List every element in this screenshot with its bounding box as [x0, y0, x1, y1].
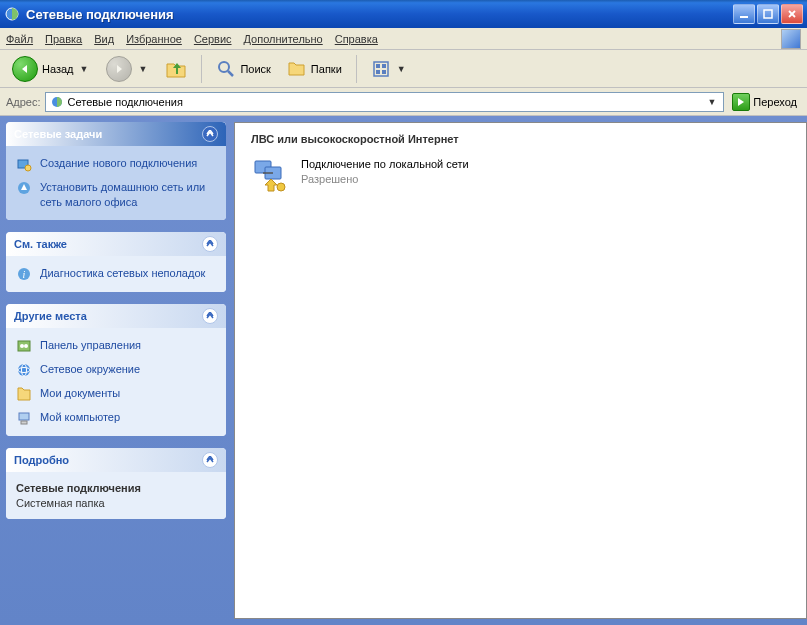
panel-body-details: Сетевые подключения Системная папка — [6, 472, 226, 519]
svg-rect-8 — [376, 64, 380, 68]
place-my-computer[interactable]: Мой компьютер — [16, 410, 216, 426]
content-area: ЛВС или высокоскоростной Интернет Подклю… — [234, 122, 807, 619]
menu-tools[interactable]: Сервис — [194, 33, 232, 45]
panel-header-tasks[interactable]: Сетевые задачи — [6, 122, 226, 146]
panel-details: Подробно Сетевые подключения Системная п… — [6, 448, 226, 519]
connection-name: Подключение по локальной сети — [301, 157, 469, 172]
folder-up-icon — [165, 58, 187, 80]
place-label: Сетевое окружение — [40, 362, 140, 377]
place-control-panel[interactable]: Панель управления — [16, 338, 216, 354]
svg-rect-10 — [376, 70, 380, 74]
back-arrow-icon — [12, 56, 38, 82]
svg-rect-2 — [764, 10, 772, 18]
panel-see-also: См. также i Диагностика сетевых неполадо… — [6, 232, 226, 292]
address-label: Адрес: — [6, 96, 41, 108]
svg-rect-11 — [382, 70, 386, 74]
chevron-up-icon — [202, 126, 218, 142]
place-my-documents[interactable]: Мои документы — [16, 386, 216, 402]
svg-rect-25 — [21, 421, 27, 424]
folders-label: Папки — [311, 63, 342, 75]
panel-body-places: Панель управления Сетевое окружение Мои … — [6, 328, 226, 436]
back-button[interactable]: Назад ▼ — [6, 53, 96, 85]
minimize-button[interactable] — [733, 4, 755, 24]
chevron-up-icon — [202, 236, 218, 252]
task-label: Установить домашнюю сеть или сеть малого… — [40, 180, 216, 210]
task-network-diagnostics[interactable]: i Диагностика сетевых неполадок — [16, 266, 216, 282]
throbber-icon — [781, 29, 801, 49]
address-dropdown-icon[interactable]: ▼ — [704, 97, 719, 107]
menu-help[interactable]: Справка — [335, 33, 378, 45]
chevron-up-icon — [202, 452, 218, 468]
views-dropdown-icon[interactable]: ▼ — [395, 64, 408, 74]
svg-rect-9 — [382, 64, 386, 68]
search-icon — [216, 59, 236, 79]
panel-header-places[interactable]: Другие места — [6, 304, 226, 328]
new-connection-icon — [16, 156, 32, 172]
panel-title-places: Другие места — [14, 310, 87, 322]
go-label: Переход — [753, 96, 797, 108]
folders-button[interactable]: Папки — [281, 56, 348, 82]
panel-network-tasks: Сетевые задачи Создание нового подключен… — [6, 122, 226, 220]
forward-arrow-icon — [106, 56, 132, 82]
address-value: Сетевые подключения — [68, 96, 183, 108]
app-icon — [4, 6, 20, 22]
views-icon — [371, 59, 391, 79]
views-button[interactable]: ▼ — [365, 56, 414, 82]
menu-advanced[interactable]: Дополнительно — [244, 33, 323, 45]
documents-icon — [16, 386, 32, 402]
svg-point-29 — [277, 183, 285, 191]
sidebar: Сетевые задачи Создание нового подключен… — [6, 122, 234, 619]
panel-body-tasks: Создание нового подключения Установить д… — [6, 146, 226, 220]
task-label: Диагностика сетевых неполадок — [40, 266, 205, 281]
panel-header-seealso[interactable]: См. также — [6, 232, 226, 256]
place-network-neighborhood[interactable]: Сетевое окружение — [16, 362, 216, 378]
task-create-connection[interactable]: Создание нового подключения — [16, 156, 216, 172]
toolbar-separator — [201, 55, 202, 83]
connection-text: Подключение по локальной сети Разрешено — [301, 157, 469, 187]
maximize-button[interactable] — [757, 4, 779, 24]
network-icon — [16, 362, 32, 378]
address-icon — [50, 95, 64, 109]
menu-edit[interactable]: Правка — [45, 33, 82, 45]
up-button[interactable] — [159, 55, 193, 83]
lan-connection-icon — [251, 157, 291, 197]
panel-body-seealso: i Диагностика сетевых неполадок — [6, 256, 226, 292]
place-label: Мои документы — [40, 386, 120, 401]
task-setup-home-network[interactable]: Установить домашнюю сеть или сеть малого… — [16, 180, 216, 210]
svg-text:i: i — [23, 269, 26, 280]
chevron-up-icon — [202, 308, 218, 324]
svg-point-14 — [25, 165, 31, 171]
home-network-icon — [16, 180, 32, 196]
menu-favorites[interactable]: Избранное — [126, 33, 182, 45]
panel-header-details[interactable]: Подробно — [6, 448, 226, 472]
menu-view[interactable]: Вид — [94, 33, 114, 45]
panel-title-seealso: См. также — [14, 238, 67, 250]
address-field[interactable]: Сетевые подключения ▼ — [45, 92, 725, 112]
task-label: Создание нового подключения — [40, 156, 197, 171]
svg-point-20 — [24, 344, 28, 348]
forward-button: ▼ — [100, 53, 155, 85]
toolbar: Назад ▼ ▼ Поиск Папки ▼ — [0, 50, 807, 88]
connection-status: Разрешено — [301, 172, 469, 187]
menu-file[interactable]: Файл — [6, 33, 33, 45]
back-dropdown-icon[interactable]: ▼ — [78, 64, 91, 74]
svg-line-6 — [228, 71, 233, 76]
control-panel-icon — [16, 338, 32, 354]
go-button[interactable]: Переход — [728, 91, 801, 113]
place-label: Мой компьютер — [40, 410, 120, 425]
group-header: ЛВС или высокоскоростной Интернет — [251, 133, 790, 145]
panel-title-details: Подробно — [14, 454, 69, 466]
computer-icon — [16, 410, 32, 426]
details-name: Сетевые подключения — [16, 482, 216, 494]
folders-icon — [287, 59, 307, 79]
svg-point-5 — [219, 62, 229, 72]
connection-item[interactable]: Подключение по локальной сети Разрешено — [251, 157, 471, 197]
place-label: Панель управления — [40, 338, 141, 353]
panel-other-places: Другие места Панель управления Сетевое о — [6, 304, 226, 436]
svg-point-19 — [20, 344, 24, 348]
close-button[interactable] — [781, 4, 803, 24]
back-label: Назад — [42, 63, 74, 75]
forward-dropdown-icon: ▼ — [136, 64, 149, 74]
search-label: Поиск — [240, 63, 270, 75]
search-button[interactable]: Поиск — [210, 56, 276, 82]
